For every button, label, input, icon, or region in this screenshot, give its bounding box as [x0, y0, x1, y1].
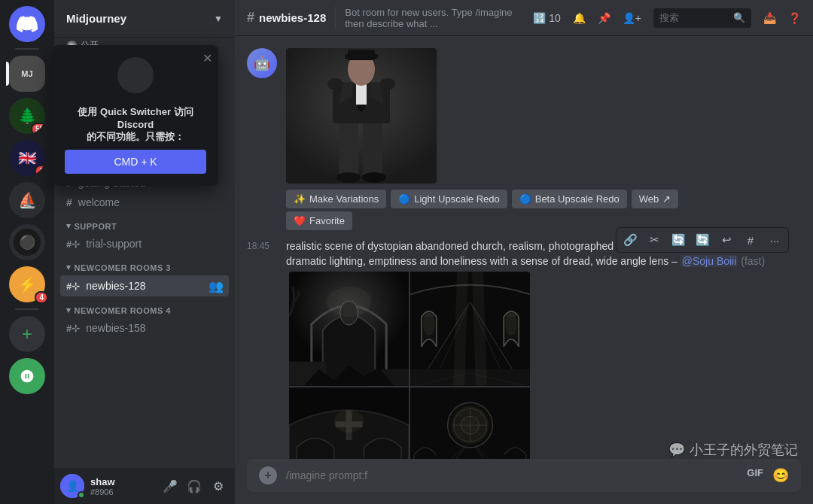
svg-rect-11 — [327, 78, 343, 90]
server-title: Midjourney — [66, 12, 126, 25]
server-midjourney[interactable]: MJ — [9, 56, 45, 92]
channel-newbies-128[interactable]: #⊹ newbies-128 👥 — [60, 275, 229, 296]
channel-newbies-158[interactable]: #⊹ newbies-158 — [60, 318, 229, 338]
message-input[interactable] — [286, 469, 738, 481]
svg-rect-12 — [380, 78, 395, 90]
search-box[interactable]: 搜索 🔍 — [653, 8, 751, 28]
server-2[interactable]: 🌲 55 — [9, 98, 45, 134]
refresh-btn-2[interactable]: 🔄 — [692, 229, 713, 250]
username: shaw — [90, 476, 154, 487]
hash-count-icon: 🔢 — [533, 12, 546, 24]
svg-point-33 — [334, 410, 364, 433]
user-info: shaw #8906 — [90, 476, 154, 496]
server-3[interactable]: 🇬🇧 1 — [9, 140, 45, 176]
deafen-btn[interactable]: 🎧 — [184, 475, 205, 496]
message-suffix: (fast) — [741, 255, 765, 267]
heart-icon: ❤️ — [294, 215, 306, 226]
refresh-btn-1[interactable]: 🔄 — [668, 229, 689, 250]
tooltip-shortcut: CMD + K — [65, 150, 206, 174]
message-time: 18:45 — [247, 241, 269, 251]
server-badge-2: 55 — [31, 123, 45, 134]
church-img-3 — [289, 387, 409, 459]
channel-trial-support[interactable]: #⊹ trial-support — [60, 234, 229, 254]
tooltip-close-btn[interactable]: ✕ — [202, 51, 212, 65]
svg-rect-5 — [363, 116, 382, 176]
discover-btn[interactable] — [9, 358, 45, 394]
channel-description: Bot room for new users. Type /imagine th… — [335, 7, 524, 29]
add-server-btn[interactable]: + — [9, 316, 45, 352]
emoji-btn[interactable]: 😊 — [772, 467, 789, 484]
bot-avatar-suit: 🤖 — [247, 48, 277, 230]
church-image-grid — [289, 272, 530, 459]
search-icon: 🔍 — [733, 12, 745, 23]
user-mention[interactable]: @Soju Boiii — [681, 255, 738, 267]
light-upscale-btn[interactable]: 🔵 Light Upscale Redo — [391, 190, 507, 208]
suit-svg — [286, 48, 437, 184]
svg-point-24 — [327, 287, 372, 317]
make-variations-btn[interactable]: ✨ Make Variations — [286, 190, 386, 208]
light-upscale-icon: 🔵 — [398, 193, 410, 205]
quick-switcher-tooltip: ✕ ⇄ 使用 Quick Switcher 访问 Discord的不同功能。只需… — [54, 45, 218, 186]
hash-icon-3: #⊹ — [66, 238, 80, 250]
channel-sidebar: Midjourney ▼ 🔘 公开 ✕ ⇄ 使用 Quick Switcher … — [54, 0, 235, 504]
svg-rect-4 — [339, 116, 358, 176]
reply-btn[interactable]: ↩ — [716, 229, 737, 250]
svg-point-17 — [362, 172, 386, 183]
add-member-btn[interactable]: 👤+ — [623, 12, 641, 24]
church-message — [289, 272, 801, 459]
more-btn[interactable]: ··· — [764, 229, 785, 250]
category-newcomer-4[interactable]: ▾ NEWCOMER ROOMS 4 — [60, 296, 229, 318]
user-area: 👤 shaw #8906 🎤 🎧 ⚙ — [54, 468, 235, 504]
pin-btn[interactable]: 📌 — [598, 12, 611, 24]
attach-btn[interactable]: + — [259, 466, 277, 484]
channel-name: # newbies-128 — [247, 10, 326, 26]
user-tag: #8906 — [90, 487, 154, 496]
channel-hash-icon: # — [247, 10, 254, 26]
shortcut-btn[interactable]: CMD + K — [65, 150, 206, 174]
user-controls: 🎤 🎧 ⚙ — [160, 475, 229, 496]
beta-upscale-btn[interactable]: 🔵 Beta Upscale Redo — [512, 190, 627, 208]
web-btn[interactable]: Web ↗ — [632, 190, 679, 208]
server-name-header[interactable]: Midjourney ▼ — [54, 0, 235, 38]
edit-btn[interactable]: ✂ — [644, 229, 665, 250]
newcomer4-arrow: ▾ — [66, 305, 72, 315]
suit-action-buttons: ✨ Make Variations 🔵 Light Upscale Redo 🔵… — [286, 190, 801, 208]
suit-message: 🤖 — [247, 48, 801, 230]
user-status-dot — [78, 491, 85, 499]
copy-link-btn[interactable]: 🔗 — [620, 229, 641, 250]
active-indicator — [6, 62, 9, 86]
channel-welcome[interactable]: # welcome — [60, 193, 229, 212]
suit-content: ✨ Make Variations 🔵 Light Upscale Redo 🔵… — [286, 48, 801, 230]
tooltip-icon: ⇄ — [65, 57, 206, 99]
server-badge-6: 4 — [35, 291, 48, 304]
server-6[interactable]: ⚡ 4 — [9, 266, 45, 302]
help-btn[interactable]: ❓ — [788, 12, 801, 24]
notification-btn[interactable]: 🔔 — [573, 12, 586, 24]
category-support[interactable]: ▾ SUPPORT — [60, 212, 229, 234]
discord-home-btn[interactable] — [9, 6, 45, 42]
mute-btn[interactable]: 🎤 — [160, 475, 181, 496]
server-5[interactable]: ⚫ — [9, 224, 45, 260]
support-arrow: ▾ — [66, 221, 72, 231]
hash-icon-158: #⊹ — [66, 323, 80, 334]
header-actions: 🔢 10 🔔 📌 👤+ 搜索 🔍 📥 ❓ — [533, 8, 801, 28]
category-newcomer-3[interactable]: ▾ NEWCOMER ROOMS 3 — [60, 254, 229, 275]
tag-btn[interactable]: # — [740, 229, 761, 250]
members-btn[interactable]: 🔢 10 — [533, 12, 561, 24]
svg-point-0 — [117, 57, 154, 93]
favorite-btn[interactable]: ❤️ Favorite — [286, 211, 352, 230]
input-actions: GIF 😊 — [747, 467, 789, 484]
message-input-box: + GIF 😊 — [247, 459, 801, 492]
server-divider-2 — [15, 308, 39, 310]
hash-icon-2: # — [66, 196, 72, 208]
svg-point-26 — [423, 313, 435, 335]
server-4[interactable]: ⛵ — [9, 182, 45, 218]
settings-btn[interactable]: ⚙ — [208, 475, 229, 496]
inbox-btn[interactable]: 📥 — [763, 12, 776, 24]
suit-image — [286, 48, 437, 184]
svg-point-27 — [505, 313, 517, 335]
svg-point-42 — [452, 407, 489, 445]
gif-btn[interactable]: GIF — [747, 467, 763, 484]
message-toolbar: 🔗 ✂ 🔄 🔄 ↩ # ··· — [616, 227, 789, 253]
beta-upscale-icon: 🔵 — [519, 193, 531, 205]
